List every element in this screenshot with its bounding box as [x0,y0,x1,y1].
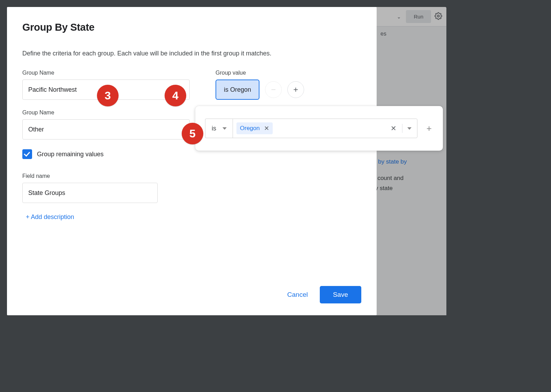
plus-icon: + [293,85,298,95]
filter-operator-label: is [212,125,216,132]
clear-all-icon[interactable]: ✕ [388,124,399,133]
field-name-input[interactable] [22,183,158,203]
add-value-button[interactable]: + [287,81,304,98]
add-filter-button[interactable]: + [422,123,433,134]
group-value-chip[interactable]: is Oregon [216,80,259,100]
remove-tag-icon[interactable]: ✕ [264,125,269,132]
group-remaining-checkbox[interactable] [22,149,32,159]
group-by-modal: Group By State Define the criteria for e… [7,7,377,315]
callout-4: 4 [165,85,186,106]
modal-title: Group By State [22,22,361,33]
add-description-link[interactable]: + Add description [26,213,74,221]
filter-tag-label: Oregon [240,125,260,132]
remove-value-button[interactable]: − [265,81,282,98]
checkbox-label: Group remaining values [37,151,104,158]
caret-down-icon[interactable] [407,127,412,130]
field-name-label: Field name [22,173,361,179]
group-name-input-2[interactable] [22,119,190,140]
cancel-button[interactable]: Cancel [287,291,308,299]
caret-down-icon [222,127,227,130]
filter-popout: is Oregon ✕ ✕ + [195,106,443,151]
filter-tag[interactable]: Oregon ✕ [236,122,273,134]
callout-3: 3 [97,85,119,106]
callout-5: 5 [182,123,203,144]
check-icon [24,150,30,157]
modal-description: Define the criteria for each group. Each… [22,50,361,57]
separator [402,124,402,133]
filter-operator-select[interactable]: is [205,119,233,138]
minus-icon: − [271,85,276,95]
group-value-label: Group value [216,70,304,76]
filter-value-input[interactable]: Oregon ✕ ✕ [233,119,417,138]
group-name-label-1: Group Name [22,70,190,76]
group-name-label-2: Group Name [22,110,190,116]
save-button[interactable]: Save [320,286,361,303]
